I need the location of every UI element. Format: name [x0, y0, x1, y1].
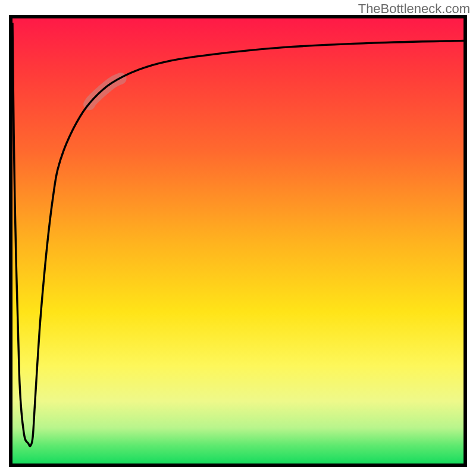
- curve-layer: [12, 18, 464, 464]
- highlight-segment: [89, 79, 121, 105]
- plot-frame: [9, 15, 467, 467]
- bottleneck-curve: [12, 23, 464, 446]
- chart-container: TheBottleneck.com: [0, 0, 476, 476]
- watermark-label: TheBottleneck.com: [358, 1, 470, 17]
